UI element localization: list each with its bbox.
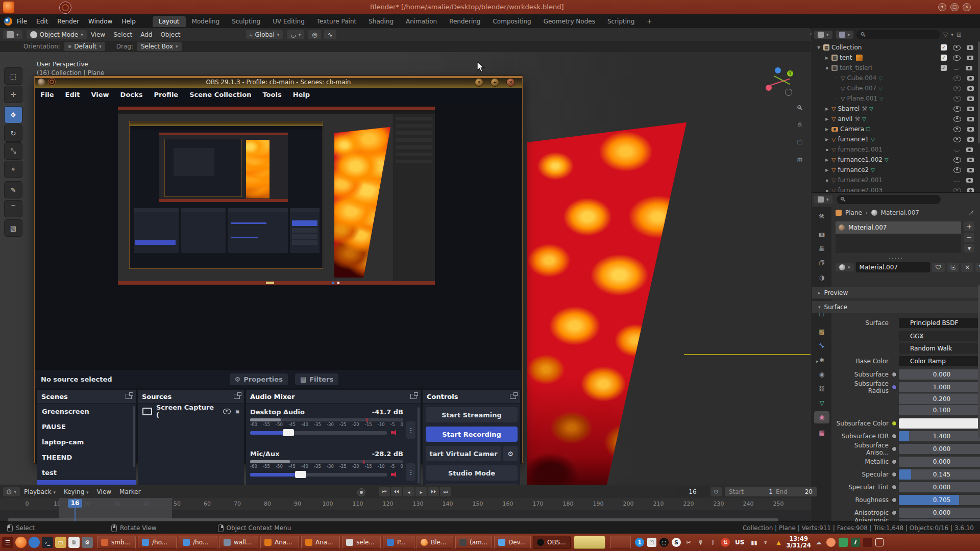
render-camera-icon[interactable] <box>967 127 974 132</box>
mixer-scrollbar[interactable] <box>418 407 420 484</box>
terminal-icon[interactable]: ›_ <box>42 537 53 548</box>
volume-slider[interactable] <box>250 431 387 435</box>
tab-sculpting[interactable]: Sculpting <box>226 16 266 27</box>
render-camera-icon[interactable] <box>967 56 973 60</box>
anisotropic-slider[interactable]: 0.000 <box>899 508 980 518</box>
axis-neg-ball[interactable] <box>785 89 792 96</box>
outliner-display-mode[interactable]: ▾ <box>814 31 832 39</box>
browse-material-button[interactable]: ▾ <box>836 263 854 271</box>
lock-icon[interactable]: 🔒︎ <box>236 407 239 415</box>
start-virtual-camera-button[interactable]: tart Virtual Camer <box>426 446 501 461</box>
cloud-tray-icon[interactable]: ☁ <box>814 538 823 547</box>
eye-icon[interactable] <box>953 167 961 173</box>
scissors-tray-icon[interactable]: ✂ <box>684 538 693 547</box>
pan-hand-icon[interactable]: ✋︎ <box>794 119 805 131</box>
specular-tint-slider[interactable]: 0.000 <box>899 482 980 492</box>
render-camera-icon[interactable] <box>967 117 974 121</box>
titlebar-menu-button[interactable]: ▾ <box>938 3 946 11</box>
outliner-search-input[interactable]: 🔍︎ <box>856 30 940 39</box>
popout-icon[interactable] <box>510 394 516 399</box>
tab-output-icon[interactable]: 🖶 <box>814 243 829 255</box>
jump-to-end-button[interactable]: ⏭ <box>440 487 451 496</box>
app-menu-icon[interactable]: ☰ <box>2 537 13 548</box>
tool-add-cube[interactable]: ▧ <box>4 219 22 237</box>
source-item[interactable]: Screen Capture ( 🔒︎ <box>138 404 244 419</box>
add-workspace-button[interactable]: + <box>641 16 658 27</box>
add-slot-button[interactable]: + <box>964 221 974 231</box>
outliner-row[interactable]: ▶▽Sbarrel⚒▽ <box>824 104 873 114</box>
next-keyframe-button[interactable]: ⏵⏵ <box>428 487 439 496</box>
keyboard-layout-indicator[interactable]: US <box>733 539 746 546</box>
tab-animation[interactable]: Animation <box>400 16 443 27</box>
channel-options-button[interactable]: ⋮ <box>406 421 415 439</box>
render-camera-icon[interactable] <box>966 178 973 183</box>
taskbar-button-blender[interactable]: Ble... <box>416 536 453 549</box>
tab-uv-editing[interactable]: UV Editing <box>266 16 311 27</box>
obs-menu-scene-collection[interactable]: Scene Collection <box>184 91 257 98</box>
obs-maximize-button[interactable]: + <box>491 78 499 87</box>
firefox-icon[interactable] <box>15 537 27 548</box>
jump-to-start-button[interactable]: ⏮ <box>379 487 390 496</box>
render-camera-icon[interactable] <box>967 76 974 81</box>
checkbox-icon[interactable]: ✓ <box>941 65 947 71</box>
tab-modifiers-icon[interactable]: 🔧︎ <box>814 340 829 352</box>
obs-menu-file[interactable]: File <box>35 91 60 98</box>
render-camera-icon[interactable] <box>967 86 974 91</box>
menu-select[interactable]: Select <box>109 31 136 38</box>
popout-icon[interactable] <box>126 394 132 399</box>
radius-z-field[interactable]: 0.100 <box>899 405 980 415</box>
roughness-slider[interactable]: 0.705 <box>899 495 980 505</box>
taskbar-button-ho1[interactable]: /ho... <box>138 536 177 549</box>
outliner-row[interactable]: ·▽Plane.001▽ <box>834 93 884 104</box>
taskbar-clock[interactable]: 13:493/31/24 <box>786 536 811 549</box>
eye-icon[interactable] <box>953 86 961 91</box>
source-visible-icon[interactable] <box>223 409 231 414</box>
taskbar-button-highlighted[interactable] <box>574 536 605 549</box>
editor-icon[interactable]: 🗎 <box>68 537 80 548</box>
eye-icon[interactable] <box>953 116 961 122</box>
outliner-filter-mode[interactable]: ▾ <box>836 31 854 39</box>
eye-icon[interactable] <box>953 106 961 112</box>
tab-material-icon[interactable]: ◉ <box>814 411 829 423</box>
menu-help[interactable]: Help <box>117 14 140 28</box>
menu-view-timeline[interactable]: View <box>93 488 115 495</box>
snap-magnet-button[interactable]: ◡▾ <box>287 30 304 39</box>
obs-preview-area[interactable] <box>35 101 521 370</box>
tab-world-color-icon[interactable]: ▩ <box>814 325 829 338</box>
eye-icon[interactable] <box>953 157 961 163</box>
taskbar-button-blank[interactable] <box>610 536 631 549</box>
package-tray-icon[interactable] <box>863 538 872 547</box>
scene-item[interactable]: THEEND <box>37 449 136 465</box>
obs-close-button[interactable]: × <box>506 78 515 87</box>
drag-value[interactable]: Select Box▾ <box>137 42 182 51</box>
eye-closed-icon[interactable] <box>953 178 960 182</box>
popout-icon[interactable] <box>410 394 416 399</box>
frame-start-field[interactable]: Start1 <box>725 487 777 496</box>
taskbar-button-obs[interactable]: OBS... <box>533 536 571 549</box>
blender-logo-icon[interactable] <box>4 17 12 26</box>
popout-icon[interactable] <box>234 394 240 399</box>
menu-add[interactable]: Add <box>136 31 156 38</box>
tool-cursor[interactable]: ✛ <box>4 86 22 103</box>
axis-y-ball[interactable]: Y <box>787 70 793 77</box>
new-collection-icon[interactable]: ⊞ <box>957 31 962 38</box>
studio-mode-button[interactable]: Studio Mode <box>426 465 518 481</box>
tab-modeling[interactable]: Modeling <box>186 16 226 27</box>
render-camera-icon[interactable] <box>966 147 973 152</box>
green-app-tray-icon[interactable] <box>839 538 848 547</box>
filter-funnel-icon[interactable]: ▽ <box>943 31 948 38</box>
outliner-scrollbar[interactable] <box>978 41 980 143</box>
render-camera-icon[interactable] <box>967 96 974 101</box>
falloff-curve-button[interactable]: ∿ <box>324 30 336 39</box>
axis-z-ball[interactable] <box>775 67 781 73</box>
taskbar-button-am[interactable]: (am... <box>455 536 492 549</box>
obs-menu-help[interactable]: Help <box>287 91 315 98</box>
play-reverse-button[interactable]: ◂ <box>403 487 414 496</box>
volume-slider[interactable] <box>250 473 387 477</box>
start-streaming-button[interactable]: Start Streaming <box>426 407 518 422</box>
scene-item[interactable]: test <box>37 465 136 480</box>
timeline-editor-type[interactable]: 🕒︎▾ <box>3 487 20 496</box>
subsurface-color-swatch[interactable] <box>899 418 980 429</box>
radius-y-field[interactable]: 0.200 <box>899 393 980 404</box>
volume-tray-icon[interactable]: ▮▮ <box>749 538 758 547</box>
